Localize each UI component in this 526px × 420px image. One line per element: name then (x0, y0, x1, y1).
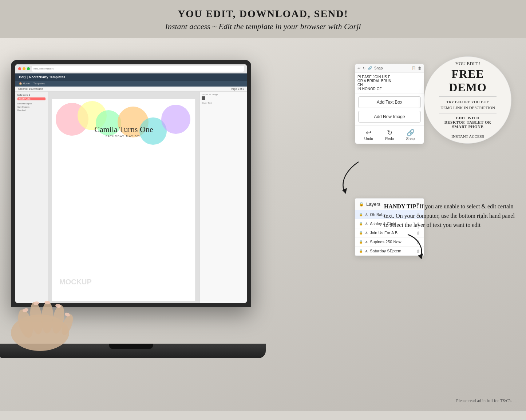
panel-image-section: Resize as Image (202, 93, 245, 100)
main-area: corjl.com/templates Corjl | NocrazParty … (0, 38, 526, 411)
corjl-panel: ↩ ↻ 🔗 Snap 📋 🗑 PLEASE JOIN US FOR A BRID… (355, 64, 424, 144)
sidebar-order: hello frame 1 (17, 94, 46, 96)
demo-line2: DEMO LINK IN DESCRIPTION (440, 105, 495, 111)
snap-label: Snap (406, 137, 415, 141)
demo-demo-text: DEMO (449, 81, 487, 94)
layers-title: 🔒 Layers (359, 201, 380, 207)
snap-icon: 🔗 (406, 129, 415, 137)
laptop-notch (109, 344, 153, 349)
handy-tip-bold: HANDY TIP: (384, 203, 418, 209)
top-banner: YOU EDIT, DOWNLOAD, SEND! Instant access… (0, 0, 526, 38)
canvas-subtitle: SATURDAY MAY 5TH (52, 135, 195, 137)
handy-tip: HANDY TIP: If you are unable to select &… (384, 202, 515, 230)
demo-line4: DESKTOP, TABLET OR (444, 120, 491, 124)
close-dot (18, 67, 21, 70)
app-logo: Corjl | NocrazParty Templates (19, 75, 65, 79)
demo-divider-1 (439, 96, 497, 97)
demo-line3: EDIT WITH (456, 116, 480, 120)
layer-lock-icon-3: 🔒 (359, 240, 363, 244)
redo-tool[interactable]: ↻ Redo (385, 129, 394, 141)
subline: Instant access ~ Edit the template in yo… (0, 22, 526, 31)
demo-line5: SMART PHONE (452, 124, 484, 129)
watermark: MOCKUP (59, 278, 92, 286)
canvas-title: Camila Turns One (52, 125, 195, 134)
layer-lock-icon-0: 🔒 (359, 213, 363, 216)
status-badge: INCOMPLETE (17, 97, 46, 100)
handy-tip-text: HANDY TIP: If you are unable to select &… (384, 202, 515, 230)
svg-marker-11 (342, 188, 347, 194)
app-sidebar: hello frame 1 INCOMPLETE Revert to Origi… (15, 92, 48, 303)
arrow-to-layers (333, 158, 362, 195)
right-panel: Resize as Image Style: Text (199, 92, 247, 303)
panel-style-section: Style: Text (202, 102, 245, 104)
laptop-body: corjl.com/templates Corjl | NocrazParty … (11, 60, 251, 307)
panel-toolbar-top: ↩ ↻ 🔗 Snap 📋 🗑 (355, 64, 424, 73)
maximize-dot (27, 67, 30, 70)
add-text-box-button[interactable]: Add Text Box (358, 96, 421, 108)
sidebar-tools: Revert to Original Save Changes Download (17, 103, 46, 111)
browser-chrome: corjl.com/templates (15, 64, 247, 73)
app-main: hello frame 1 INCOMPLETE Revert to Origi… (15, 92, 247, 303)
layer-lock-icon-1: 🔒 (359, 222, 363, 225)
svg-marker-12 (418, 253, 423, 259)
undo-tool[interactable]: ↩ Undo (364, 129, 373, 141)
demo-free-text: FREE (451, 67, 484, 81)
layers-lock-icon: 🔒 (359, 202, 364, 207)
browser-dots (18, 67, 30, 70)
disclaimer: Please read ad in full for T&C's (456, 398, 511, 404)
canvas-area: Camila Turns One SATURDAY MAY 5TH MOCKUP (48, 92, 199, 303)
demo-line1: TRY BEFORE YOU BUY (446, 99, 489, 105)
app-header: Corjl | NocrazParty Templates (15, 73, 247, 81)
demo-divider-3 (439, 131, 497, 131)
headline: YOU EDIT, DOWNLOAD, SEND! (0, 8, 526, 20)
undo-icon: ↩ (364, 129, 373, 137)
page-info: Page 1 of 1 (231, 88, 244, 90)
layer-type-0: A (365, 213, 368, 217)
app-toolbar: Order Id: 1509758194 Page 1 of 1 (15, 87, 247, 92)
canvas-content: Camila Turns One SATURDAY MAY 5TH MOCKUP (52, 99, 196, 301)
layer-lock-icon-4: 🔒 (359, 249, 363, 253)
layer-type-4: A (365, 249, 368, 253)
browser-address: corjl.com/templates (32, 66, 244, 72)
nav-templates: Templates (33, 82, 45, 85)
laptop-screen: corjl.com/templates Corjl | NocrazParty … (15, 64, 247, 303)
layer-type-3: A (365, 240, 368, 244)
hand-area (0, 285, 98, 351)
add-new-image-button[interactable]: Add New Image (358, 111, 421, 123)
undo-label: Undo (364, 137, 373, 141)
panel-text-preview: PLEASE JOIN US FOR A BRIDAL BRUNCHIN HON… (355, 73, 424, 93)
snap-tool[interactable]: 🔗 Snap (406, 129, 415, 141)
laptop-container: corjl.com/templates Corjl | NocrazParty … (0, 60, 273, 358)
layer-type-1: A (365, 222, 368, 226)
minimize-dot (23, 67, 25, 70)
app-nav: 🏠 Home Templates (15, 81, 247, 87)
layer-type-2: A (365, 231, 368, 235)
layer-lock-icon-2: 🔒 (359, 231, 363, 235)
demo-you-edit: YOU EDIT ! (455, 61, 480, 67)
arrow-to-tip (400, 231, 430, 260)
demo-divider-2 (439, 113, 497, 113)
redo-icon: ↻ (385, 129, 394, 137)
order-id: Order Id: 1509758194 (18, 88, 43, 90)
redo-label: Redo (385, 137, 394, 141)
nav-home: 🏠 Home (19, 82, 30, 85)
demo-line6: INSTANT ACCESS (451, 133, 484, 140)
demo-circle: YOU EDIT ! FREE DEMO TRY BEFORE YOU BUY … (424, 56, 511, 144)
hand-svg (0, 285, 98, 351)
layers-title-text: Layers (366, 201, 380, 207)
panel-tools: ↩ Undo ↻ Redo 🔗 Snap (355, 125, 424, 144)
